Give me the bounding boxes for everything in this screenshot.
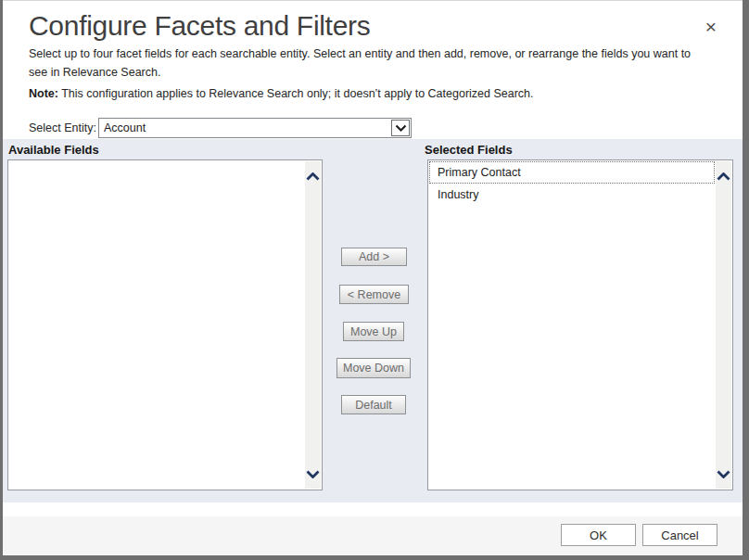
remove-button[interactable]: < Remove <box>339 285 409 304</box>
dialog-title: Configure Facets and Filters <box>29 10 370 42</box>
entity-select-value: Account <box>104 120 146 137</box>
default-button[interactable]: Default <box>341 395 406 414</box>
available-fields-listbox[interactable] <box>7 159 323 490</box>
select-entity-label: Select Entity: <box>29 121 96 134</box>
selected-scrollbar[interactable] <box>716 161 731 489</box>
note-label: Note: <box>29 87 58 100</box>
list-item[interactable]: Primary Contact <box>429 161 715 184</box>
configure-facets-dialog: Configure Facets and Filters × Select up… <box>0 0 749 560</box>
available-fields-heading: Available Fields <box>8 143 99 157</box>
chevron-up-icon <box>306 172 320 181</box>
close-icon[interactable]: × <box>698 14 724 40</box>
ok-button[interactable]: OK <box>561 524 636 546</box>
cancel-button[interactable]: Cancel <box>642 524 717 546</box>
move-down-button[interactable]: Move Down <box>336 358 411 378</box>
scroll-down-button[interactable] <box>716 465 731 483</box>
chevron-up-icon <box>717 172 730 181</box>
scroll-down-button[interactable] <box>305 465 321 483</box>
chevron-down-icon <box>306 470 320 478</box>
list-item[interactable]: Industry <box>429 184 715 206</box>
selected-fields-items: Primary Contact Industry <box>429 161 715 206</box>
chevron-down-icon <box>395 124 407 132</box>
available-scrollbar[interactable] <box>305 161 321 489</box>
selected-fields-listbox[interactable]: Primary Contact Industry <box>427 159 733 490</box>
note-text: This configuration applies to Relevance … <box>58 87 534 100</box>
dialog-note: Note: This configuration applies to Rele… <box>29 87 709 100</box>
move-up-button[interactable]: Move Up <box>343 322 404 341</box>
chevron-down-icon <box>717 470 730 478</box>
window-edge-bottom <box>0 555 749 560</box>
scroll-up-button[interactable] <box>716 167 731 185</box>
window-edge-top <box>0 0 749 1</box>
entity-select[interactable]: Account <box>98 118 412 138</box>
add-button[interactable]: Add > <box>341 248 407 266</box>
scroll-up-button[interactable] <box>305 167 321 185</box>
selected-fields-heading: Selected Fields <box>425 143 513 157</box>
window-edge-right <box>743 0 749 560</box>
dialog-description: Select up to four facet fields for each … <box>29 45 709 82</box>
dropdown-arrow-button[interactable] <box>391 120 410 136</box>
